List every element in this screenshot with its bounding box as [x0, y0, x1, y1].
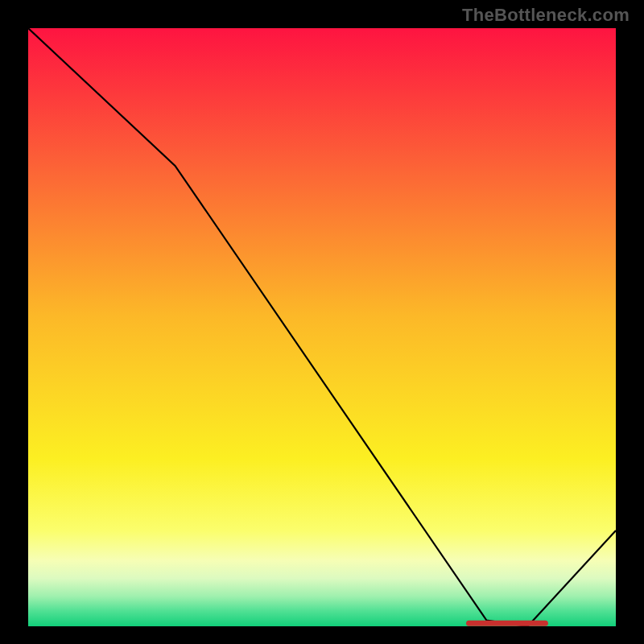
plot-background — [28, 28, 616, 626]
watermark: TheBottleneck.com — [462, 5, 630, 26]
chart-frame: TheBottleneck.com — [0, 0, 644, 644]
bottleneck-chart — [28, 28, 616, 626]
